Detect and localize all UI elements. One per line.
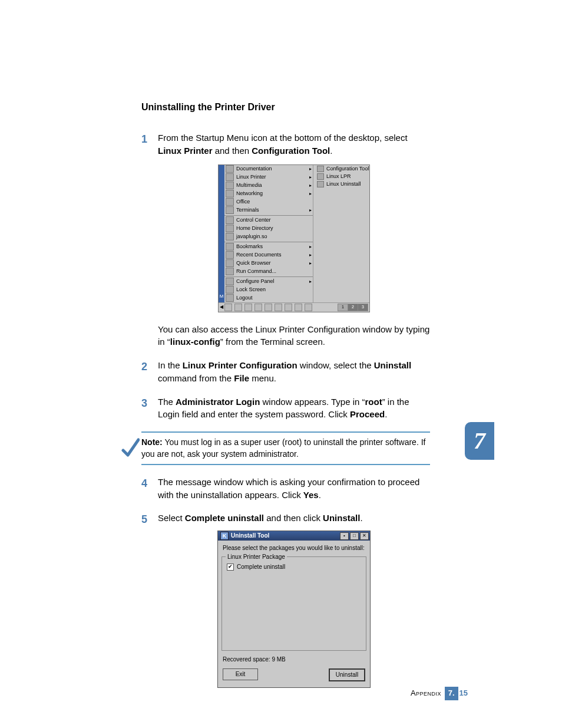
step-2: 2 In the Linux Printer Configuration win… bbox=[141, 359, 430, 385]
page-footer: Appendix 7.15 bbox=[411, 687, 468, 700]
kmenu-item[interactable]: Multimedia▸ bbox=[224, 182, 313, 190]
step-text: From the Startup Menu icon at the bottom… bbox=[158, 133, 408, 156]
step-text: In the Linux Printer Configuration windo… bbox=[158, 360, 411, 383]
taskbar-icon[interactable] bbox=[224, 304, 232, 311]
footer-chapter: 7. bbox=[445, 687, 458, 700]
kmenu-main-column: Documentation▸ Linux Printer▸ Multimedia… bbox=[224, 165, 313, 302]
checkbox-icon[interactable]: ✔ bbox=[227, 564, 234, 571]
taskbar-icon[interactable] bbox=[265, 304, 272, 311]
step-1: 1 From the Startup Menu icon at the bott… bbox=[141, 131, 430, 348]
taskbar-icon[interactable] bbox=[244, 304, 252, 311]
step-text: The Administrator Login window appears. … bbox=[158, 397, 409, 420]
chapter-tab: 7 bbox=[465, 422, 494, 460]
recovered-space-text: Recovered space: 9 MB bbox=[223, 655, 365, 664]
taskbar-icon[interactable] bbox=[275, 304, 282, 311]
kmenu-item[interactable]: Configure Panel▸ bbox=[224, 278, 313, 286]
kmenu-item[interactable]: Recent Documents▸ bbox=[224, 251, 313, 259]
page-content: Uninstalling the Printer Driver 1 From t… bbox=[141, 100, 430, 699]
kmenu-item[interactable]: Run Command... bbox=[224, 268, 313, 276]
app-icon: K bbox=[220, 532, 229, 540]
kmenu-item[interactable]: Documentation▸ bbox=[224, 165, 313, 173]
step-5: 5 Select Complete uninstall and then cli… bbox=[141, 512, 430, 688]
kmenu-item[interactable]: Quick Browser▸ bbox=[224, 259, 313, 268]
kmenu-item[interactable]: Logout bbox=[224, 294, 313, 302]
checkbox-row[interactable]: ✔ Complete uninstall bbox=[227, 563, 361, 572]
exit-button[interactable]: Exit bbox=[223, 668, 258, 680]
checkbox-label: Complete uninstall bbox=[237, 563, 285, 572]
kmenu-item[interactable]: Linux Printer▸ bbox=[224, 173, 313, 182]
kmenu-sideband: M bbox=[219, 165, 224, 302]
kmenu-item[interactable]: Control Center bbox=[224, 216, 313, 225]
taskbar-icon[interactable] bbox=[254, 304, 262, 311]
kmenu-item[interactable]: Terminals▸ bbox=[224, 206, 313, 215]
kmenu-sub-item[interactable]: Configuration Tool bbox=[313, 165, 369, 173]
kmenu-item[interactable]: Office bbox=[224, 198, 313, 206]
window-min-button[interactable]: • bbox=[340, 532, 349, 540]
step-text: The message window which is asking your … bbox=[158, 477, 419, 500]
figure-uninstall-dialog: K Uninstall Tool • □ ✕ Please select the… bbox=[217, 531, 371, 688]
taskbar-icon[interactable] bbox=[305, 304, 312, 311]
kmenu-submenu: Configuration Tool Linux LPR Linux Unins… bbox=[313, 165, 369, 302]
note-text: Note: You must log in as a super user (r… bbox=[141, 431, 430, 465]
kmenu-sub-item[interactable]: Linux LPR bbox=[313, 173, 369, 180]
kmenu-sub-item[interactable]: Linux Uninstall bbox=[313, 180, 369, 188]
dialog-prompt: Please select the packages you would lik… bbox=[223, 544, 366, 553]
uninstall-button[interactable]: Uninstall bbox=[329, 668, 365, 681]
step-number: 4 bbox=[141, 476, 147, 491]
window-max-button[interactable]: □ bbox=[350, 532, 359, 540]
steps-list: 1 From the Startup Menu icon at the bott… bbox=[141, 131, 430, 421]
kmenu-item[interactable]: Home Directory bbox=[224, 225, 313, 233]
taskbar-pager[interactable]: 1 2 3 bbox=[338, 304, 368, 311]
step-followup-text: You can also access the Linux Printer Co… bbox=[158, 323, 430, 349]
step-number: 2 bbox=[141, 359, 147, 374]
step-3: 3 The Administrator Login window appears… bbox=[141, 396, 430, 421]
groupbox-label: Linux Printer Package bbox=[226, 553, 287, 562]
taskbar-icon[interactable] bbox=[295, 304, 302, 311]
kmenu-item[interactable]: javaplugin.so bbox=[224, 233, 313, 241]
dialog-title-text: Uninstall Tool bbox=[231, 532, 269, 541]
section-heading: Uninstalling the Printer Driver bbox=[141, 100, 430, 114]
dialog-groupbox: Linux Printer Package ✔ Complete uninsta… bbox=[222, 556, 366, 651]
note-block: Note: You must log in as a super user (r… bbox=[121, 431, 430, 465]
figure-kmenu: M Documentation▸ Linux Printer▸ Multimed… bbox=[218, 164, 370, 312]
step-number: 3 bbox=[141, 396, 147, 411]
step-4: 4 The message window which is asking you… bbox=[141, 476, 430, 502]
taskbar-icon[interactable] bbox=[285, 304, 292, 311]
step-number: 1 bbox=[141, 131, 147, 147]
kmenu-item[interactable]: Lock Screen bbox=[224, 286, 313, 294]
kmenu-item[interactable]: Networking▸ bbox=[224, 190, 313, 198]
checkmark-icon bbox=[121, 437, 141, 459]
window-close-button[interactable]: ✕ bbox=[360, 532, 369, 540]
taskbar-icon[interactable] bbox=[234, 304, 242, 311]
step-text: Select Complete uninstall and then click… bbox=[158, 513, 363, 523]
footer-page: 15 bbox=[459, 689, 468, 697]
steps-list-continued: 4 The message window which is asking you… bbox=[141, 476, 430, 688]
kmenu-item[interactable]: Bookmarks▸ bbox=[224, 243, 313, 251]
step-number: 5 bbox=[141, 512, 147, 527]
kmenu-taskbar: ◀ 1 2 3 bbox=[219, 302, 369, 312]
dialog-titlebar[interactable]: K Uninstall Tool • □ ✕ bbox=[218, 531, 370, 541]
footer-label: Appendix bbox=[411, 689, 441, 697]
